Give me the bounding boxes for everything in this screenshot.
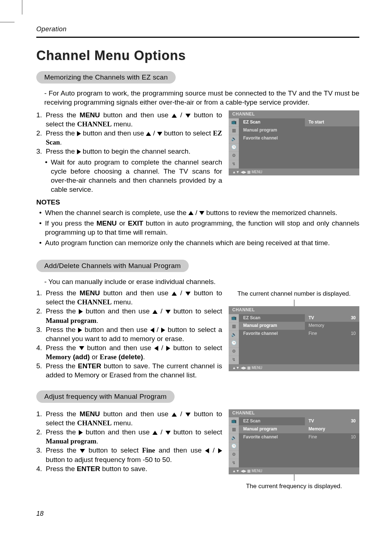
s1-intro: - For Auto program to work, the programm… bbox=[36, 89, 359, 107]
down-icon bbox=[185, 292, 191, 296]
osd-icon-1: 📺 bbox=[229, 118, 239, 127]
subsection-manual: Add/Delete Channels with Manual Program bbox=[36, 260, 189, 272]
osd-ezscan: CHANNEL 📺 ▦ 🔊 🕒 ⚙ ↯ EZ Scan Manual bbox=[229, 110, 359, 175]
s3-step1: Press the MENU button and then use / but… bbox=[46, 409, 222, 427]
up-icon bbox=[152, 310, 158, 314]
note-1: When the channel search is complete, use… bbox=[36, 208, 359, 217]
pointer-line bbox=[294, 300, 294, 306]
subsection-fine: Adjust frequency with Manual Program bbox=[36, 390, 175, 403]
down-icon bbox=[157, 132, 162, 136]
s1-step3: Press the button to begin the channel se… bbox=[46, 147, 222, 156]
osd-icon-6: ↯ bbox=[229, 160, 239, 169]
down-icon bbox=[166, 310, 171, 314]
right-icon bbox=[218, 448, 222, 453]
right-icon bbox=[77, 149, 81, 154]
pointer-line bbox=[294, 474, 294, 481]
osd-icon-5: ⚙ bbox=[229, 152, 239, 160]
down-icon bbox=[79, 346, 84, 350]
s2-caption: The current channel number is displayed. bbox=[229, 290, 359, 298]
up-icon bbox=[172, 292, 177, 296]
s3-step2: Press the button and then use / button t… bbox=[46, 427, 222, 446]
section-header: Operation bbox=[36, 25, 67, 33]
s2-step5: Press the ENTER button to save. The curr… bbox=[46, 361, 222, 380]
note-3: Auto program function can memorize only … bbox=[36, 238, 359, 247]
s3-caption: The current frequency is displayed. bbox=[229, 482, 359, 490]
right-icon bbox=[166, 346, 170, 351]
up-icon bbox=[188, 211, 193, 215]
s2-step2: Press the button and then use / button t… bbox=[46, 307, 222, 325]
s3-step3: Press the button to select Fine and then… bbox=[46, 446, 222, 464]
s2-step1: Press the MENU button and then use / but… bbox=[46, 288, 222, 307]
osd-manual: CHANNEL 📺▦🔊🕒⚙↯ EZ Scan Manual program Fa… bbox=[229, 306, 359, 371]
page-number: 18 bbox=[36, 510, 44, 518]
osd-footer: ▲▼ ◀▶ ▦ MENU bbox=[229, 169, 359, 175]
down-icon bbox=[166, 431, 171, 435]
right-icon bbox=[79, 430, 83, 435]
s2-step3: Press the button and then use / button t… bbox=[46, 325, 222, 343]
crop-mark-vertical bbox=[22, 0, 23, 15]
s1-step2: Press the button and then use / button t… bbox=[46, 129, 222, 147]
left-icon bbox=[150, 328, 154, 333]
crop-mark-horizontal bbox=[0, 22, 15, 23]
s2-intro: - You can manually include or erase indi… bbox=[36, 277, 359, 286]
right-icon bbox=[161, 328, 165, 333]
right-icon bbox=[79, 309, 83, 314]
left-icon bbox=[205, 448, 209, 453]
header-rule bbox=[36, 37, 359, 38]
osd-icon-2: ▦ bbox=[229, 127, 239, 135]
notes-heading: NOTES bbox=[36, 198, 359, 207]
left-icon bbox=[154, 346, 158, 351]
up-icon bbox=[172, 114, 177, 118]
down-icon bbox=[80, 449, 85, 453]
up-icon bbox=[152, 431, 158, 435]
osd-fine: CHANNEL 📺▦🔊🕒⚙↯ EZ Scan Manual program Fa… bbox=[229, 409, 359, 474]
osd-icon-3: 🔊 bbox=[229, 135, 239, 143]
up-icon bbox=[146, 132, 151, 136]
osd-icon-4: 🕒 bbox=[229, 143, 239, 152]
s3-step4: Press the ENTER button to save. bbox=[46, 464, 222, 473]
right-icon bbox=[78, 328, 82, 333]
page-title: Channel Menu Options bbox=[36, 48, 359, 63]
s2-step4: Press the button and then use / button t… bbox=[46, 343, 222, 361]
up-icon bbox=[172, 413, 177, 417]
subsection-ez-scan: Memorizing the Channels with EZ scan bbox=[36, 71, 176, 84]
right-icon bbox=[77, 131, 81, 136]
s1-step1: Press the MENU button and then use / but… bbox=[46, 110, 222, 129]
down-icon bbox=[185, 114, 191, 118]
note-2: If you press the MENU or EXIT button in … bbox=[36, 219, 359, 237]
s1-step3-sub: Wait for auto program to complete the ch… bbox=[36, 158, 222, 194]
down-icon bbox=[185, 413, 191, 417]
down-icon bbox=[199, 211, 204, 215]
